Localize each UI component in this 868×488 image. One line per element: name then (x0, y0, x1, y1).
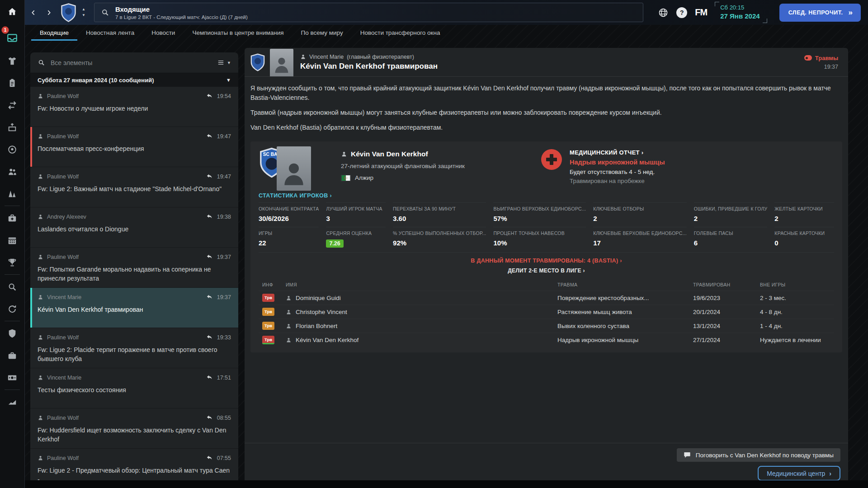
stat-value: 7.26 (326, 239, 343, 248)
message-subject: Послематчевая пресс-конференция (38, 144, 231, 153)
inbox-message-item[interactable]: Vincent Marie 19:37 Kévin Van Den Kerkho… (30, 288, 238, 328)
scouting-search-icon[interactable] (0, 276, 24, 298)
inbox-filter-row: ▼ (30, 52, 238, 73)
injured-player-row[interactable]: Трв Dominique Guidi Повреждение крестооб… (259, 291, 834, 305)
medical-report-block: МЕДИЦИНСКИЙ ОТЧЕТ › Надрыв икроножной мы… (541, 148, 834, 184)
message-sender: Vincent Marie (47, 294, 81, 300)
staff-people-icon[interactable] (0, 160, 24, 183)
stat-value: 30/6/2026 (259, 215, 289, 222)
message-timestamp: 19:37 (824, 64, 838, 70)
help-icon[interactable]: ? (676, 7, 687, 18)
training-cones-icon[interactable] (0, 183, 24, 205)
message-time: 07:55 (217, 455, 231, 461)
body-paragraph: Я вынужден сообщить о том, что правый кр… (250, 84, 836, 103)
person-icon (38, 294, 43, 300)
club-ball-icon[interactable] (0, 138, 24, 160)
tab[interactable]: Чемпионаты в центре внимания (184, 25, 292, 41)
medical-report-link[interactable]: МЕДИЦИНСКИЙ ОТЧЕТ › (570, 149, 665, 156)
column-header-injured-on[interactable]: ТРАВМИРОВАН (689, 280, 756, 291)
rail-divider (5, 274, 19, 275)
stat-label: ЛУЧШИЙ ИГРОК МАТЧА (326, 206, 386, 211)
injury-type: Вывих коленного сустава (554, 319, 689, 333)
stat-value: 92% (393, 239, 406, 247)
inbox-message-item[interactable]: Pauline Wolf 08:55 Fw: Huddersfield ищет… (30, 408, 238, 449)
finances-money-icon[interactable] (0, 366, 24, 389)
player-name-link[interactable]: Kévin Van Den Kerkhof (351, 150, 428, 158)
message-sender: Pauline Wolf (47, 174, 79, 180)
club-crest-icon[interactable] (60, 3, 77, 22)
tab[interactable]: По всему миру (292, 25, 352, 41)
message-subject: Fw: Попытки Garande морально надавить на… (38, 265, 231, 283)
column-header-injury[interactable]: ТРАВМА (554, 280, 689, 291)
player-stats-link[interactable]: СТАТИСТИКА ИГРОКОВ › (259, 192, 834, 199)
transfer-centre-refresh-icon[interactable] (0, 298, 24, 320)
inbox-date-group-header[interactable]: Суббота 27 января 2024 (10 сообщений) ▼ (30, 73, 238, 87)
tab[interactable]: Новости трансферного окна (352, 25, 449, 41)
column-header-out[interactable]: ВНЕ ИГРЫ (756, 280, 834, 291)
screen-title: Входящие (115, 5, 248, 13)
transfers-swap-icon[interactable] (0, 94, 24, 116)
inbox-message-item[interactable]: Andrey Alexeev 19:38 Laslandes отчитался… (30, 207, 238, 248)
inbox-filter-input[interactable] (51, 59, 212, 66)
inbox-message-item[interactable]: Pauline Wolf 19:54 Fw: Новости о лучшем … (30, 87, 238, 127)
global-search-bar[interactable]: Входящие 7 в Ligue 2 ВКТ - Следующий мат… (94, 3, 643, 22)
stat-label: КРАСНЫЕ КАРТОЧКИ (774, 230, 834, 236)
message-sender-name[interactable]: Vincent Marie (309, 54, 344, 60)
tab[interactable]: Входящие (31, 25, 77, 41)
talk-to-player-button[interactable]: Поговорить с Van Den Kerkhof по поводу т… (677, 448, 840, 462)
injury-status-badge: Трв (262, 322, 274, 330)
medical-centre-button[interactable]: Медицинский центр › (758, 466, 840, 481)
injured-player-row[interactable]: Трв Christophe Vincent Растяжение мышц ж… (259, 305, 834, 319)
injured-player-row[interactable]: Трв Florian Bohnert Вывих коленного суст… (259, 319, 834, 333)
stat-cell: КЛЮЧЕВЫЕ ОТБОРЫ 2 (593, 202, 687, 227)
chevron-right-icon: › (829, 470, 831, 477)
injured-player-row[interactable]: Трв Kévin Van Den Kerkhof Надрыв икронож… (259, 333, 834, 347)
stat-cell: ЛУЧШИЙ ИГРОК МАТЧА 3 (326, 202, 386, 227)
stat-value: 17 (593, 239, 601, 247)
back-arrow-icon[interactable] (28, 5, 39, 20)
injury-cause: Травмирован на пробежке (570, 178, 665, 184)
person-icon (38, 334, 43, 340)
stat-cell: КРАСНЫЕ КАРТОЧКИ 0 (774, 227, 834, 251)
injured-player-name[interactable]: Dominique Guidi (286, 295, 550, 301)
calendar-icon[interactable] (0, 229, 24, 251)
fm-menu-logo[interactable]: FM (695, 7, 707, 18)
category-injuries-link[interactable]: Травмы (804, 55, 838, 61)
inbox-message-item[interactable]: Pauline Wolf 19:33 Fw: Ligue 2: Placide … (30, 328, 238, 368)
home-icon[interactable] (0, 0, 24, 23)
medical-case-icon[interactable] (0, 207, 24, 229)
injured-player-name[interactable]: Christophe Vincent (286, 309, 550, 315)
tab[interactable]: Новостная лента (77, 25, 143, 41)
stat-value: 2 (774, 215, 778, 222)
inbox-message-item[interactable]: Pauline Wolf 19:47 Fw: Ligue 2: Важный м… (30, 167, 238, 207)
league-rank-link[interactable]: ДЕЛИТ 2-Е МЕСТО В ЛИГЕ › (259, 267, 834, 274)
competitions-trophy-icon[interactable] (0, 251, 24, 273)
forward-arrow-icon[interactable] (43, 5, 55, 20)
injured-player-name[interactable]: Kévin Van Den Kerkhof (286, 337, 550, 343)
message-header: Vincent Marie (главный физиотерапевт) Ké… (245, 48, 848, 77)
inbox-message-item[interactable]: Vincent Marie 17:51 Тесты физического со… (30, 368, 238, 408)
panel-collapse-chevrons[interactable]: ▲▼ (80, 8, 87, 17)
column-header-info[interactable]: ИНФ (259, 280, 282, 291)
inbox-message-item[interactable]: Pauline Wolf 19:47 Послематчевая пресс-к… (30, 127, 238, 167)
inbox-view-menu[interactable]: ▼ (217, 59, 231, 66)
world-globe-icon[interactable] (658, 7, 669, 18)
tactics-clipboard-icon[interactable] (0, 72, 24, 94)
body-paragraph: Van Den Kerkhof (Bastia) обратился к клу… (250, 123, 836, 132)
dugout-icon[interactable] (0, 116, 24, 138)
inbox-icon[interactable]: 1 (3, 29, 21, 47)
continue-button[interactable]: СЛЕД. НЕПРОЧИТ. » (779, 4, 861, 22)
club-shield-icon[interactable] (0, 322, 24, 344)
replied-arrow-icon (206, 93, 213, 99)
injury-status-badge: Трв (262, 294, 274, 302)
tab[interactable]: Новости (143, 25, 184, 41)
squad-shirt-icon[interactable] (0, 50, 24, 72)
analysis-chart-icon[interactable] (0, 391, 24, 413)
column-header-name[interactable]: ИМЯ (282, 280, 554, 291)
currently-injured-link[interactable]: В ДАННЫЙ МОМЕНТ ТРАВМИРОВАНЫ: 4 (BASTIA)… (259, 258, 834, 264)
job-briefcase-icon[interactable] (0, 344, 24, 366)
injured-player-name[interactable]: Florian Bohnert (286, 323, 550, 329)
replied-arrow-icon (206, 414, 213, 421)
inbox-message-item[interactable]: Pauline Wolf 19:37 Fw: Попытки Garande м… (30, 248, 238, 288)
message-sender-role: (главный физиотерапевт) (347, 54, 414, 60)
